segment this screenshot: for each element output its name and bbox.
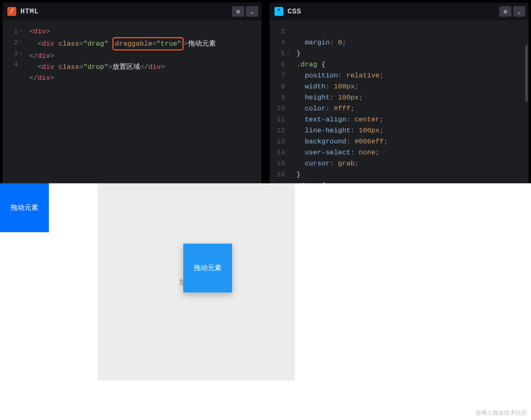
css-badge-icon: * — [274, 7, 283, 16]
html-code[interactable]: <div> <div class="drag" draggable="true"… — [22, 20, 218, 183]
css-panel-actions: ⚙ ⌄ — [499, 6, 525, 17]
drag-element-origin[interactable]: 拖动元素 — [0, 183, 49, 232]
html-panel-header: / HTML ⚙ ⌄ — [2, 2, 261, 20]
css-panel-header: * CSS ⚙ ⌄ — [270, 2, 529, 20]
html-gutter: 1234 — [2, 20, 22, 183]
collapse-button[interactable]: ⌄ — [513, 6, 525, 17]
editor-row: / HTML ⚙ ⌄ 1234 <div> <div class="drag" … — [0, 0, 531, 183]
css-gutter: 345678910111213141516 — [270, 20, 289, 183]
collapse-button[interactable]: ⌄ — [246, 6, 258, 17]
html-code-area[interactable]: 1234 <div> <div class="drag" draggable="… — [2, 20, 261, 183]
css-panel: * CSS ⚙ ⌄ 345678910111213141516 margin: … — [270, 2, 529, 183]
html-panel-actions: ⚙ ⌄ — [232, 6, 258, 17]
preview-pane: 拖动元素 放置区域 拖动元素 @稀土掘金技术社区 — [0, 183, 531, 420]
settings-button[interactable]: ⚙ — [232, 6, 244, 17]
drop-zone[interactable]: 放置区域 拖动元素 — [98, 183, 295, 380]
chevron-down-icon: ⌄ — [250, 8, 254, 15]
css-code[interactable]: margin: 0;}.drag { position: relative; w… — [289, 20, 390, 183]
scrollbar-thumb[interactable] — [525, 45, 528, 102]
chevron-down-icon: ⌄ — [518, 8, 521, 15]
css-panel-title: CSS — [287, 7, 301, 15]
drag-element-ghost[interactable]: 拖动元素 — [183, 244, 232, 292]
gear-icon: ⚙ — [504, 8, 507, 15]
settings-button[interactable]: ⚙ — [499, 6, 511, 17]
gear-icon: ⚙ — [237, 8, 240, 15]
highlight-annotation: draggable="true" — [112, 37, 184, 51]
html-badge-icon: / — [7, 7, 16, 16]
html-panel-title: HTML — [20, 7, 39, 15]
html-panel: / HTML ⚙ ⌄ 1234 <div> <div class="drag" … — [2, 2, 261, 183]
css-code-area[interactable]: 345678910111213141516 margin: 0;}.drag {… — [270, 20, 529, 183]
watermark: @稀土掘金技术社区 — [476, 409, 527, 417]
